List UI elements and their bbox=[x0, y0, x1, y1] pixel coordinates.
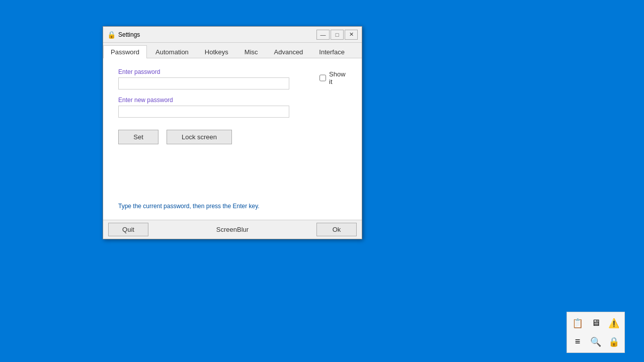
status-text: Type the current password, then press th… bbox=[118, 203, 347, 210]
restore-button[interactable]: □ bbox=[331, 30, 344, 40]
lock-tray-icon[interactable]: 🔒 bbox=[605, 333, 622, 350]
enter-new-password-label: Enter new password bbox=[118, 97, 289, 104]
show-it-checkbox[interactable] bbox=[319, 74, 326, 81]
monitor-tray-icon[interactable]: 🖥 bbox=[587, 314, 604, 332]
tab-password[interactable]: Password bbox=[103, 45, 147, 58]
quit-button[interactable]: Quit bbox=[108, 223, 148, 236]
footer: Quit ScreenBlur Ok bbox=[103, 220, 362, 239]
tab-hotkeys[interactable]: Hotkeys bbox=[197, 45, 236, 58]
close-button[interactable]: ✕ bbox=[345, 30, 358, 40]
search-tray-icon[interactable]: 🔍 bbox=[587, 333, 604, 350]
minimize-button[interactable]: — bbox=[316, 30, 330, 40]
show-it-label: Show it bbox=[329, 70, 347, 85]
enter-password-group: Enter password bbox=[118, 68, 289, 89]
top-section: Enter password Enter new password Show i… bbox=[118, 68, 347, 118]
password-fields: Enter password Enter new password bbox=[118, 68, 289, 118]
tab-advanced[interactable]: Advanced bbox=[267, 45, 311, 58]
tab-automation[interactable]: Automation bbox=[148, 45, 196, 58]
buttons-row: Set Lock screen bbox=[118, 130, 347, 144]
title-bar: 🔒 Settings — □ ✕ bbox=[103, 27, 362, 43]
warning-tray-icon[interactable]: ⚠️ bbox=[605, 314, 622, 332]
window-title: Settings bbox=[118, 31, 316, 38]
enter-new-password-group: Enter new password bbox=[118, 97, 289, 118]
system-tray: 📋 🖥 ⚠️ ≡ 🔍 🔒 bbox=[567, 312, 625, 353]
ok-button[interactable]: Ok bbox=[316, 223, 357, 236]
tab-interface[interactable]: Interface bbox=[311, 45, 352, 58]
content-area: Enter password Enter new password Show i… bbox=[103, 58, 362, 220]
enter-password-input[interactable] bbox=[118, 77, 289, 89]
tab-bar: Password Automation Hotkeys Misc Advance… bbox=[103, 43, 362, 58]
app-name: ScreenBlur bbox=[216, 226, 249, 233]
show-it-area: Show it bbox=[319, 70, 347, 85]
window-icon: 🔒 bbox=[107, 31, 115, 39]
enter-password-label: Enter password bbox=[118, 68, 289, 75]
clipboard-tray-icon[interactable]: 📋 bbox=[569, 314, 586, 332]
settings-window: 🔒 Settings — □ ✕ Password Automation Hot… bbox=[103, 26, 362, 239]
lines-tray-icon[interactable]: ≡ bbox=[569, 333, 586, 350]
window-controls: — □ ✕ bbox=[316, 30, 358, 40]
enter-new-password-input[interactable] bbox=[118, 106, 289, 118]
lock-screen-button[interactable]: Lock screen bbox=[167, 130, 232, 144]
set-button[interactable]: Set bbox=[118, 130, 158, 144]
tab-misc[interactable]: Misc bbox=[237, 45, 266, 58]
